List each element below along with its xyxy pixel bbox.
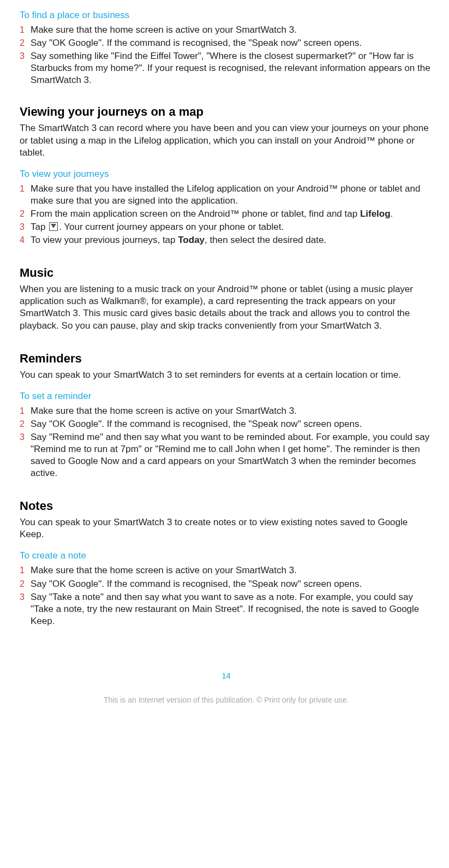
steps-find: 1 Make sure that the home screen is acti… xyxy=(20,24,433,86)
step-text: Say "Take a note" and then say what you … xyxy=(31,591,433,627)
step-number: 3 xyxy=(20,221,31,233)
bold-lifelog: Lifelog xyxy=(360,209,391,219)
steps-notes: 1 Make sure that the home screen is acti… xyxy=(20,564,433,627)
paragraph-music: When you are listening to a music track … xyxy=(20,283,433,331)
fragment: . Your current journey appears on your p… xyxy=(59,222,284,232)
paragraph-map: The SmartWatch 3 can record where you ha… xyxy=(20,122,433,158)
step-text: From the main application screen on the … xyxy=(31,208,433,220)
list-item: 2 Say "OK Google". If the command is rec… xyxy=(31,418,433,430)
paragraph-notes: You can speak to your SmartWatch 3 to cr… xyxy=(20,516,433,540)
step-text: Say "OK Google". If the command is recog… xyxy=(31,37,433,49)
list-item: 1 Make sure that the home screen is acti… xyxy=(31,564,433,576)
list-item: 4 To view your previous journeys, tap To… xyxy=(31,234,433,246)
step-text: Say "OK Google". If the command is recog… xyxy=(31,418,433,430)
list-item: 1 Make sure that you have installed the … xyxy=(31,183,433,207)
step-number: 4 xyxy=(20,234,31,246)
step-text: Make sure that the home screen is active… xyxy=(31,24,433,36)
map-location-icon xyxy=(49,222,58,231)
footer: 14 This is an Internet version of this p… xyxy=(20,671,433,721)
paragraph-reminders: You can speak to your SmartWatch 3 to se… xyxy=(20,369,433,381)
step-number: 2 xyxy=(20,37,31,49)
list-item: 3 Tap . Your current journey appears on … xyxy=(31,221,433,233)
fragment: From the main application screen on the … xyxy=(31,209,360,219)
subheading-find: To find a place or business xyxy=(20,10,433,21)
step-number: 2 xyxy=(20,578,31,590)
list-item: 3 Say something like "Find the Eiffel To… xyxy=(31,50,433,86)
step-text: Say "Remind me" and then say what you wa… xyxy=(31,431,433,479)
list-item: 2 Say "OK Google". If the command is rec… xyxy=(31,578,433,590)
list-item: 2 From the main application screen on th… xyxy=(31,208,433,220)
step-number: 2 xyxy=(20,418,31,430)
list-item: 3 Say "Take a note" and then say what yo… xyxy=(31,591,433,627)
heading-music: Music xyxy=(20,266,433,280)
subheading-create-note: To create a note xyxy=(20,550,433,561)
step-text: Say "OK Google". If the command is recog… xyxy=(31,578,433,590)
document-page: To find a place or business 1 Make sure … xyxy=(0,10,449,721)
step-number: 1 xyxy=(20,24,31,36)
page-number: 14 xyxy=(20,671,433,680)
heading-reminders: Reminders xyxy=(20,352,433,366)
heading-map: Viewing your journeys on a map xyxy=(20,105,433,119)
step-text: Make sure that you have installed the Li… xyxy=(31,183,433,207)
heading-notes: Notes xyxy=(20,499,433,513)
step-text: Say something like "Find the Eiffel Towe… xyxy=(31,50,433,86)
step-number: 3 xyxy=(20,591,31,603)
bold-today: Today xyxy=(178,235,205,245)
fragment: . xyxy=(391,209,393,219)
fragment: Tap xyxy=(31,222,48,232)
step-text: To view your previous journeys, tap Toda… xyxy=(31,234,433,246)
steps-journeys: 1 Make sure that you have installed the … xyxy=(20,183,433,246)
step-number: 1 xyxy=(20,183,31,195)
fragment: To view your previous journeys, tap xyxy=(31,235,178,245)
disclaimer: This is an Internet version of this publ… xyxy=(20,695,433,704)
step-number: 3 xyxy=(20,431,31,443)
step-text: Make sure that the home screen is active… xyxy=(31,405,433,417)
step-number: 1 xyxy=(20,405,31,417)
list-item: 3 Say "Remind me" and then say what you … xyxy=(31,431,433,479)
list-item: 1 Make sure that the home screen is acti… xyxy=(31,405,433,417)
fragment: , then select the desired date. xyxy=(205,235,326,245)
step-number: 1 xyxy=(20,564,31,576)
subheading-set-reminder: To set a reminder xyxy=(20,391,433,402)
step-text: Make sure that the home screen is active… xyxy=(31,564,433,576)
step-text: Tap . Your current journey appears on yo… xyxy=(31,221,433,233)
step-number: 2 xyxy=(20,208,31,220)
list-item: 2 Say "OK Google". If the command is rec… xyxy=(31,37,433,49)
subheading-view-journeys: To view your journeys xyxy=(20,169,433,180)
step-number: 3 xyxy=(20,50,31,62)
steps-reminders: 1 Make sure that the home screen is acti… xyxy=(20,405,433,480)
list-item: 1 Make sure that the home screen is acti… xyxy=(31,24,433,36)
